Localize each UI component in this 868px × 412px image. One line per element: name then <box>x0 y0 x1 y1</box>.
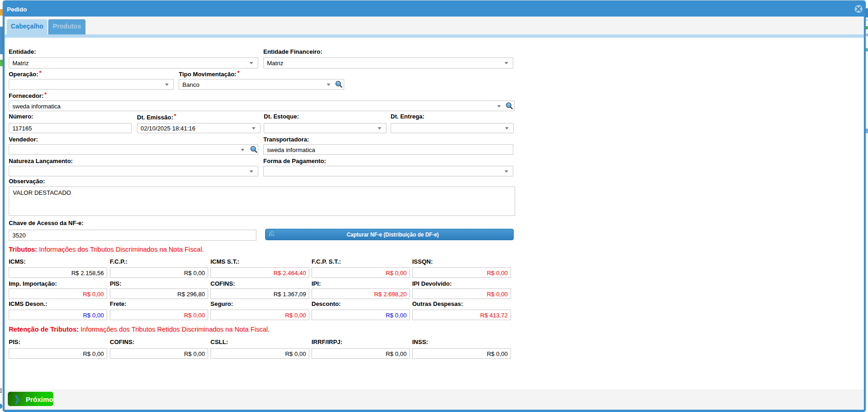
svg-text:Fe: Fe <box>271 233 274 237</box>
